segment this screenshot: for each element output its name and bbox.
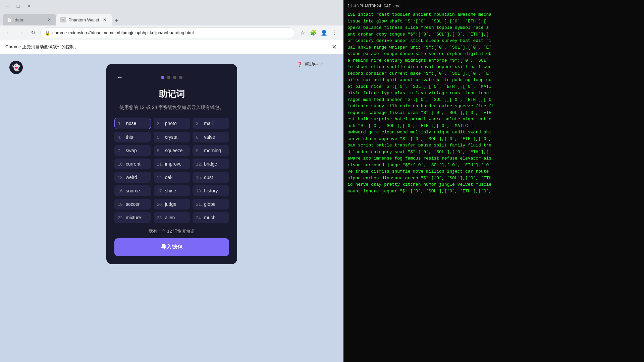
seed-cell-20[interactable]: 20.judge (154, 199, 190, 209)
seed-word-19: soccer (126, 201, 140, 207)
link-12-words[interactable]: 我有一个 12 词恢复短语 (114, 228, 229, 234)
seed-num-22: 22. (118, 215, 124, 220)
seed-word-22: mixture (126, 215, 141, 220)
seed-num-4: 4. (118, 135, 124, 140)
seed-cell-22[interactable]: 22.mixture (114, 212, 151, 223)
seed-cell-19[interactable]: 19.soccer (114, 199, 151, 209)
address-bar: ← → ↻ 🔒 chrome-extension://bfnaelmomeimh… (0, 25, 343, 40)
back-button-card[interactable]: ← (114, 72, 125, 83)
seed-word-5: crystal (165, 134, 178, 140)
account-button[interactable]: 👤 (319, 28, 329, 38)
seed-cell-2[interactable]: 2.photo (154, 118, 190, 129)
terminal-panel: list\PHANTOM24_GAI.exe LSE intact roast … (343, 0, 644, 362)
dot-3 (173, 76, 176, 79)
seed-cell-14[interactable]: 14.oak (154, 172, 190, 183)
close-button[interactable]: ✕ (24, 1, 34, 11)
seed-word-17: shine (165, 188, 176, 193)
seed-cell-3[interactable]: 3.mail (193, 118, 229, 129)
card-title: 助记词 (114, 88, 229, 100)
seed-num-2: 2. (157, 121, 164, 126)
tab-data[interactable]: 📄 data:. ✕ (3, 14, 56, 25)
bookmark-button[interactable]: ☆ (298, 28, 307, 38)
seed-cell-24[interactable]: 24.much (193, 212, 229, 223)
seed-num-17: 17. (157, 188, 164, 193)
tab-close-data[interactable]: ✕ (46, 17, 52, 23)
seed-word-16: source (126, 188, 140, 193)
terminal-title: list\PHANTOM24_GAI.exe (347, 4, 640, 9)
seed-cell-11[interactable]: 11.improve (154, 159, 190, 169)
extensions-button[interactable]: 🧩 (309, 28, 318, 38)
dot-4 (179, 76, 182, 79)
step-dots (161, 76, 182, 79)
forward-button[interactable]: → (16, 28, 25, 38)
seed-num-9: 9. (196, 148, 203, 153)
import-wallet-button[interactable]: 导入钱包 (114, 238, 229, 256)
notification-close-button[interactable]: ✕ (330, 43, 338, 51)
seed-cell-18[interactable]: 18.history (193, 185, 229, 196)
seed-cell-13[interactable]: 13.weird (114, 172, 151, 183)
seed-word-4: this (126, 134, 133, 140)
seed-word-12: bridge (204, 161, 217, 167)
phantom-logo: 👻 (9, 61, 23, 74)
url-actions: ☆ 🧩 👤 ⋮ (298, 28, 339, 38)
tab-phantom[interactable]: 👻 Phantom Wallet ✕ (56, 14, 112, 25)
seed-word-11: improve (165, 161, 182, 167)
seed-word-2: photo (165, 121, 177, 126)
help-icon: ❓ (297, 62, 303, 67)
seed-num-23: 23. (157, 215, 164, 220)
notification-text: Chrome 正受到自动测试软件的控制。 (5, 44, 79, 50)
terminal-content: LSE intact roast toddler ancient mountai… (347, 11, 640, 194)
back-button[interactable]: ← (4, 28, 13, 38)
refresh-button[interactable]: ↻ (28, 28, 38, 38)
minimize-button[interactable]: ─ (3, 1, 12, 11)
dot-1 (161, 76, 164, 79)
seed-num-6: 6. (196, 135, 203, 140)
seed-word-7: swap (126, 148, 137, 153)
help-label: 帮助中心 (305, 61, 323, 67)
url-bar[interactable]: 🔒 chrome-extension://bfnaelmomeimhlpmgjn… (40, 27, 295, 38)
seed-word-24: much (204, 215, 215, 220)
seed-word-6: valve (204, 134, 215, 140)
seed-num-10: 10. (118, 162, 124, 167)
wallet-card: ← 助记词 使用您的 12 或 24 字密钥恢复短语导入现有钱包。 1.nose… (106, 64, 237, 264)
seed-num-16: 16. (118, 188, 124, 193)
seed-num-7: 7. (118, 148, 124, 153)
seed-word-13: weird (126, 175, 137, 180)
seed-cell-10[interactable]: 10.current (114, 159, 151, 169)
seed-cell-7[interactable]: 7.swap (114, 145, 151, 156)
new-tab-button[interactable]: + (112, 16, 121, 25)
seed-grid: 1.nose2.photo3.mail4.this5.crystal6.valv… (114, 118, 229, 223)
seed-word-15: dust (204, 175, 213, 180)
seed-cell-17[interactable]: 17.shine (154, 185, 190, 196)
seed-cell-4[interactable]: 4.this (114, 132, 151, 142)
seed-cell-23[interactable]: 23.alien (154, 212, 190, 223)
menu-button[interactable]: ⋮ (330, 28, 339, 38)
seed-cell-21[interactable]: 21.globe (193, 199, 229, 209)
notification-bar: Chrome 正受到自动测试软件的控制。 ✕ (0, 40, 343, 54)
tab-favicon-phantom: 👻 (60, 17, 66, 22)
seed-cell-15[interactable]: 15.dust (193, 172, 229, 183)
seed-word-23: alien (165, 215, 175, 220)
tab-close-phantom[interactable]: ✕ (102, 17, 108, 23)
seed-word-1: nose (126, 121, 136, 126)
seed-cell-8[interactable]: 8.squeeze (154, 145, 190, 156)
seed-cell-1[interactable]: 1.nose (114, 118, 151, 129)
seed-num-13: 13. (118, 175, 124, 180)
seed-cell-16[interactable]: 16.source (114, 185, 151, 196)
seed-num-20: 20. (157, 202, 164, 207)
seed-num-15: 15. (196, 175, 203, 180)
seed-word-18: history (204, 188, 218, 193)
seed-cell-12[interactable]: 12.bridge (193, 159, 229, 169)
seed-word-10: current (126, 161, 141, 167)
seed-cell-5[interactable]: 5.crystal (154, 132, 190, 142)
seed-cell-6[interactable]: 6.valve (193, 132, 229, 142)
seed-cell-9[interactable]: 9.morning (193, 145, 229, 156)
card-header: ← (114, 72, 229, 83)
secure-icon: 🔒 (45, 30, 50, 36)
maximize-button[interactable]: □ (13, 1, 23, 11)
tab-label-data: data:. (15, 17, 26, 22)
seed-num-19: 19. (118, 202, 124, 207)
help-link[interactable]: ❓ 帮助中心 (297, 61, 323, 67)
tab-label-phantom: Phantom Wallet (68, 17, 99, 22)
seed-num-5: 5. (157, 135, 164, 140)
